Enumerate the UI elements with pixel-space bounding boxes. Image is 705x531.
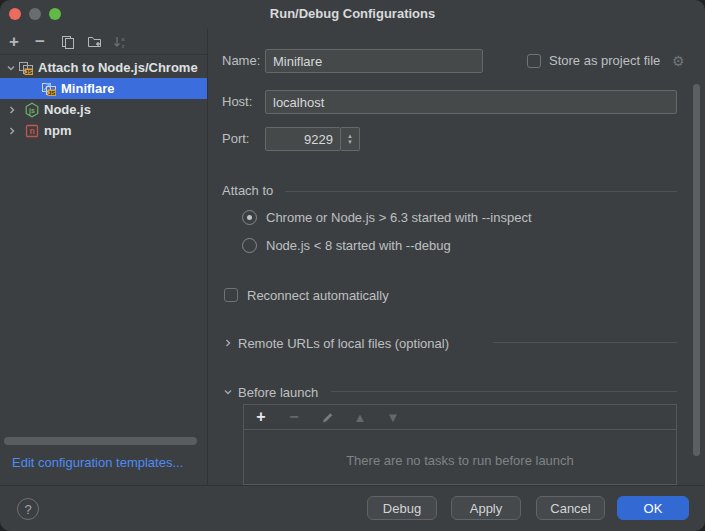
tree-item-miniflare[interactable]: JS Miniflare xyxy=(0,78,207,99)
form-vertical-scrollbar[interactable] xyxy=(693,84,700,456)
host-label: Host: xyxy=(222,90,252,114)
host-input[interactable] xyxy=(265,90,677,114)
copy-configuration-icon[interactable] xyxy=(58,28,78,55)
radio-label: Node.js < 8 started with --debug xyxy=(266,238,451,253)
gear-icon[interactable]: ⚙ xyxy=(672,52,685,70)
configuration-form: Name: Store as project file ⚙ Host: Port… xyxy=(209,28,705,485)
chevron-down-icon[interactable] xyxy=(222,387,234,397)
before-launch-panel: + − ▲ ▼ There are no tasks to run before… xyxy=(243,404,677,485)
port-label: Port: xyxy=(222,127,249,151)
attach-config-icon: JS xyxy=(41,81,57,97)
remote-urls-section-toggle[interactable]: Remote URLs of local files (optional) xyxy=(222,334,449,352)
section-divider xyxy=(331,391,677,392)
attach-config-type-icon: JS xyxy=(18,60,34,76)
radio-unselected-icon[interactable] xyxy=(242,238,257,253)
move-task-up-icon[interactable]: ▲ xyxy=(352,410,368,425)
minimize-button xyxy=(29,8,41,20)
name-label: Name: xyxy=(222,49,260,73)
chevron-right-icon[interactable] xyxy=(7,126,17,136)
reconnect-label: Reconnect automatically xyxy=(247,288,389,303)
store-as-project-file-label: Store as project file xyxy=(549,49,660,73)
section-divider xyxy=(285,191,677,192)
port-stepper[interactable]: ▲ ▼ xyxy=(341,127,360,151)
ok-button[interactable]: OK xyxy=(617,496,689,520)
apply-button[interactable]: Apply xyxy=(451,496,521,520)
before-launch-section-label: Before launch xyxy=(238,385,318,400)
nodejs-icon: js xyxy=(24,102,40,118)
npm-icon: n xyxy=(24,123,40,139)
tree-item-attach-group[interactable]: JS Attach to Node.js/Chrome xyxy=(0,57,207,78)
reconnect-checkbox[interactable] xyxy=(224,288,238,302)
chevron-right-icon[interactable] xyxy=(7,105,17,115)
tree-item-npm[interactable]: n npm xyxy=(0,120,207,141)
tree-item-label: Attach to Node.js/Chrome xyxy=(38,60,198,75)
svg-text:JS: JS xyxy=(48,90,55,96)
port-input[interactable] xyxy=(265,127,341,151)
chevron-right-icon[interactable] xyxy=(222,338,234,348)
move-task-down-icon[interactable]: ▼ xyxy=(385,410,401,425)
sidebar-toolbar: + − a z xyxy=(0,28,207,55)
close-button[interactable] xyxy=(9,8,21,20)
edit-configuration-templates-link[interactable]: Edit configuration templates... xyxy=(12,453,183,473)
svg-text:JS: JS xyxy=(25,69,32,75)
sidebar-horizontal-scrollbar[interactable] xyxy=(4,437,197,445)
stepper-down-icon[interactable]: ▼ xyxy=(347,139,353,145)
name-input[interactable] xyxy=(265,49,483,73)
radio-option-debug[interactable]: Node.js < 8 started with --debug xyxy=(242,236,451,254)
section-divider xyxy=(493,342,677,343)
attach-to-section-label: Attach to xyxy=(222,179,273,203)
dialog-footer: ? Debug Apply Cancel OK xyxy=(0,485,705,531)
tree-item-label: Node.js xyxy=(44,102,91,117)
chevron-down-icon[interactable] xyxy=(6,63,16,73)
configurations-sidebar: + − a z xyxy=(0,28,208,485)
remove-configuration-icon[interactable]: − xyxy=(30,28,50,55)
svg-text:z: z xyxy=(122,43,125,49)
debug-button[interactable]: Debug xyxy=(367,496,437,520)
svg-text:js: js xyxy=(28,107,35,115)
zoom-button[interactable] xyxy=(49,8,61,20)
svg-text:n: n xyxy=(29,126,34,136)
dialog-title: Run/Debug Configurations xyxy=(0,0,705,28)
remove-task-icon[interactable]: − xyxy=(286,408,302,426)
edit-task-icon[interactable] xyxy=(319,411,335,424)
new-folder-icon[interactable] xyxy=(84,28,104,55)
before-launch-section-toggle[interactable]: Before launch xyxy=(222,383,318,401)
add-task-icon[interactable]: + xyxy=(253,408,269,426)
run-debug-configurations-dialog: Run/Debug Configurations + − xyxy=(0,0,705,531)
title-bar: Run/Debug Configurations xyxy=(0,0,705,28)
svg-text:a: a xyxy=(121,36,125,42)
tree-item-nodejs[interactable]: js Node.js xyxy=(0,99,207,120)
reconnect-automatically-row[interactable]: Reconnect automatically xyxy=(224,286,389,304)
cancel-button[interactable]: Cancel xyxy=(536,496,605,520)
radio-label: Chrome or Node.js > 6.3 started with --i… xyxy=(266,210,532,225)
tree-item-label: Miniflare xyxy=(61,81,114,96)
tree-item-label: npm xyxy=(44,123,71,138)
before-launch-empty-text: There are no tasks to run before launch xyxy=(244,453,676,468)
before-launch-toolbar: + − ▲ ▼ xyxy=(244,405,676,430)
configurations-tree: JS Attach to Node.js/Chrome JS Miniflar xyxy=(0,57,207,141)
store-as-project-file-checkbox[interactable] xyxy=(527,54,541,68)
radio-option-inspect[interactable]: Chrome or Node.js > 6.3 started with --i… xyxy=(242,208,532,226)
remote-urls-section-label: Remote URLs of local files (optional) xyxy=(238,336,449,351)
radio-selected-icon[interactable] xyxy=(242,210,257,225)
help-button[interactable]: ? xyxy=(17,498,39,520)
sort-configurations-icon[interactable]: a z xyxy=(110,28,130,55)
add-configuration-icon[interactable]: + xyxy=(4,28,24,55)
